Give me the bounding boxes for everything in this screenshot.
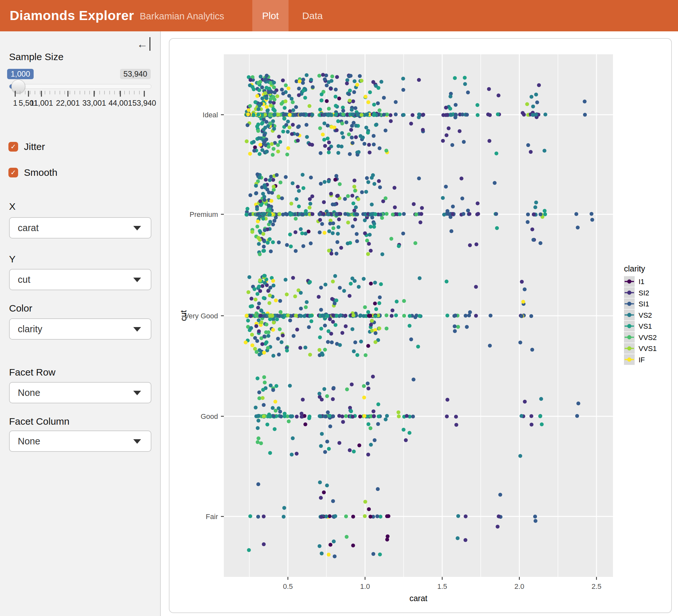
data-point [369,212,373,216]
data-point [371,80,375,84]
slider-tick-label: 22,001 [56,98,80,108]
data-point [476,113,480,117]
data-point [246,319,250,323]
data-point [276,337,280,341]
data-point [327,151,331,155]
data-point [325,99,329,103]
data-point [269,384,273,387]
data-point [539,397,543,401]
data-point [244,314,249,318]
data-point [367,100,370,104]
data-point [354,124,358,128]
data-point [332,226,335,230]
svg-text:0.5: 0.5 [283,582,293,590]
data-point [533,515,537,519]
x-select[interactable]: carat [9,217,151,239]
slider-tick-label: 1 [13,98,17,108]
jitter-checkbox-row[interactable]: ✓ Jitter [8,141,45,152]
slider-major-tick [28,91,29,97]
data-point [339,314,343,317]
data-point [358,415,362,418]
data-point [319,515,324,519]
legend-entry: SI2 [624,287,649,298]
data-point [362,314,366,318]
data-point [331,414,335,418]
data-point [304,305,308,309]
data-point [453,329,457,333]
data-point [456,514,460,518]
svg-text:Fair: Fair [206,512,218,521]
data-point [417,78,421,82]
data-point [249,326,253,330]
data-point [450,229,453,233]
data-point [341,135,345,139]
x-axis-title: carat [410,594,428,603]
data-point [323,387,326,391]
data-point [297,189,301,193]
slider-tick-labels: 15,50111,00122,00133,00144,00153,940 [15,98,144,108]
jitter-checkbox[interactable]: ✓ [8,142,18,152]
data-point [265,74,269,78]
data-point [351,141,354,145]
data-point [275,173,279,177]
sample-size-slider-track[interactable] [9,84,151,89]
data-point [319,98,324,102]
data-point [373,281,377,285]
tab-plot[interactable]: Plot [252,0,289,31]
data-point [249,78,253,82]
data-point [335,194,339,198]
data-point [335,240,339,244]
legend-entry: VVS1 [624,343,657,354]
legend-entry: IF [624,354,645,365]
data-point [369,249,373,253]
data-point [369,443,373,447]
data-point [331,397,335,401]
data-point [266,208,269,212]
data-point [250,333,254,336]
data-point [331,221,335,225]
data-point [468,243,472,247]
y-select[interactable]: cut [9,269,151,290]
data-point [289,415,293,418]
data-point [285,349,289,353]
data-point [365,176,369,180]
data-point [462,140,466,144]
data-point [454,103,458,107]
data-point [540,422,544,426]
collapse-bar-icon [149,37,150,51]
data-point [262,314,266,318]
tab-data[interactable]: Data [289,0,336,31]
svg-text:SI2: SI2 [639,289,649,297]
data-point [285,292,289,296]
data-point [317,295,321,299]
data-point [266,289,270,293]
facet-column-select[interactable]: None [9,430,151,452]
facet-row-select[interactable]: None [9,382,151,403]
data-point [391,213,394,216]
data-point [453,314,457,317]
data-point [375,123,378,127]
data-point [331,499,335,503]
data-point [372,113,376,116]
data-point [353,189,357,193]
color-select[interactable]: clarity [9,318,151,340]
legend-key-icon [627,324,631,328]
data-point [418,314,421,318]
data-point [333,274,337,278]
data-point [377,147,381,150]
data-point [322,113,326,117]
data-point [318,108,322,112]
smooth-checkbox-row[interactable]: ✓ Smooth [8,167,57,178]
sidebar-collapse-toggle[interactable]: ← [137,37,150,51]
data-point [280,314,284,318]
data-point [339,246,343,250]
data-point [475,242,479,246]
data-point [291,276,295,280]
data-point [460,176,463,180]
data-point [342,289,346,293]
data-point [590,212,594,216]
smooth-checkbox[interactable]: ✓ [8,168,18,177]
data-point [463,76,467,80]
data-point [487,87,491,91]
data-point [368,233,372,237]
